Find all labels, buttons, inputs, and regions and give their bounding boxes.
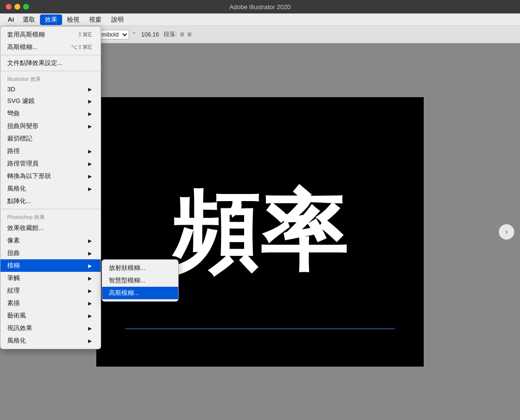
effect-brushstrokes-item[interactable]: 筆觸 (0, 272, 101, 284)
blur-container: 模糊 放射狀模糊... 智慧型模糊... 高斯模糊... (0, 259, 101, 272)
effect-distort-item[interactable]: 扭曲與變形 (0, 120, 101, 132)
para-align-left-icon[interactable]: ≡ (180, 30, 184, 39)
menu-help[interactable]: 說明 (106, 14, 129, 25)
apply-gaussian-shortcut: ⇧⌘E (78, 31, 92, 38)
doc-raster-settings-item[interactable]: 文件點陣效果設定... (0, 57, 101, 69)
effect-blur-item[interactable]: 模糊 (0, 259, 101, 272)
effect-texture-item[interactable]: 紋理 (0, 284, 101, 297)
effect-dropdown: 套用高斯模糊 ⇧⌘E 高斯模糊... ⌥⇧⌘E 文件點陣效果設定... Illu… (0, 26, 101, 349)
font-size-value[interactable]: 106.16 (139, 30, 161, 39)
nav-next-button[interactable]: › (499, 224, 514, 240)
apply-gaussian-item[interactable]: 套用高斯模糊 ⇧⌘E (0, 28, 101, 41)
window-title: Adobe Illustrator 2020 (229, 3, 290, 11)
effect-path-item[interactable]: 路徑 (0, 145, 101, 157)
effect-3d-item[interactable]: 3D (0, 84, 101, 95)
text-selection-indicator (125, 329, 395, 329)
blur-submenu: 放射狀模糊... 智慧型模糊... 高斯模糊... (102, 259, 179, 302)
illustrator-section-label: Illustrator 效果 (0, 73, 101, 84)
photoshop-section-label: Photoshop 效果 (0, 211, 101, 222)
effect-stylize2-item[interactable]: 風格化 (0, 334, 101, 347)
close-button[interactable] (6, 4, 12, 10)
minimize-button[interactable] (14, 4, 20, 10)
ai-logo: Ai (4, 15, 18, 24)
blur-radial-item[interactable]: 放射狀模糊... (102, 262, 178, 274)
menu-window[interactable]: 視窗 (84, 14, 106, 25)
maximize-button[interactable] (23, 4, 29, 10)
artboard-text: 頻率 (171, 189, 349, 275)
sep-1 (0, 55, 101, 55)
font-size-up-icon[interactable]: ⌃ (132, 31, 136, 38)
para-align-right-icon[interactable]: ≡ (187, 30, 192, 39)
traffic-lights (6, 4, 29, 10)
title-bar: Adobe Illustrator 2020 (0, 0, 520, 13)
menu-select[interactable]: 選取 (18, 14, 40, 25)
blur-gaussian-item[interactable]: 高斯模糊... (102, 287, 178, 299)
para-label: 段落: (164, 30, 177, 38)
effect-gallery-item[interactable]: 效果收藏館... (0, 222, 101, 234)
gaussian-blur-item[interactable]: 高斯模糊... ⌥⇧⌘E (0, 41, 101, 53)
effect-stylize-item[interactable]: 風格化 (0, 182, 101, 195)
artboard: 頻率 (96, 97, 424, 367)
effect-warp-item[interactable]: 彎曲 (0, 107, 101, 120)
menu-view[interactable]: 檢視 (62, 14, 84, 25)
effect-sketch-item[interactable]: 素描 (0, 297, 101, 309)
effect-rasterize-item[interactable]: 點陣化... (0, 195, 101, 207)
gaussian-blur-shortcut: ⌥⇧⌘E (71, 44, 92, 51)
effect-menu: 套用高斯模糊 ⇧⌘E 高斯模糊... ⌥⇧⌘E 文件點陣效果設定... Illu… (0, 26, 101, 349)
blur-smart-item[interactable]: 智慧型模糊... (102, 274, 178, 287)
sep-3 (0, 209, 101, 209)
effect-convert-shape-item[interactable]: 轉換為以下形狀 (0, 170, 101, 182)
effect-pathfinder-item[interactable]: 路徑管理員 (0, 157, 101, 170)
effect-video-item[interactable]: 視訊效果 (0, 322, 101, 334)
sep-2 (0, 71, 101, 71)
menu-bar: Ai 選取 效果 檢視 視窗 說明 (0, 13, 520, 26)
effect-pixel-item[interactable]: 像素 (0, 234, 101, 247)
effect-distort-ps-item[interactable]: 扭曲 (0, 247, 101, 259)
effect-artistic-item[interactable]: 藝術風 (0, 309, 101, 322)
effect-cropmarks-item[interactable]: 裁切標記 (0, 132, 101, 145)
effect-svg-item[interactable]: SVG 濾鏡 (0, 95, 101, 107)
menu-effect[interactable]: 效果 (40, 14, 62, 25)
